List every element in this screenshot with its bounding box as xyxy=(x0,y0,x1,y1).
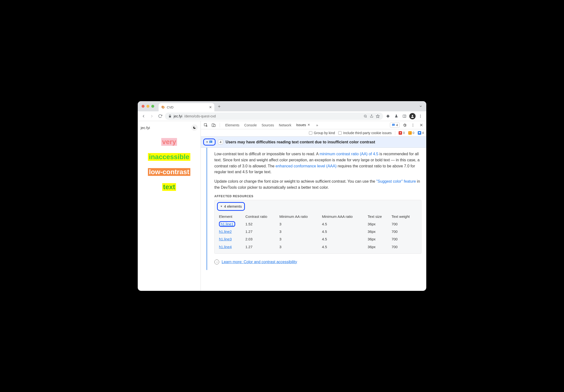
element-link[interactable]: h1.line2 xyxy=(219,229,232,234)
third-party-checkbox[interactable]: Include third-party cookie issues xyxy=(338,131,392,135)
resources-table: ElementContrast ratioMinimum AA ratioMin… xyxy=(217,213,419,251)
issues-badge[interactable]: 4 xyxy=(390,123,399,127)
minimize-window-button[interactable] xyxy=(146,105,149,108)
element-link[interactable]: h1.line3 xyxy=(219,237,232,241)
demo-lines: veryinaccessiblelow-contrasttext xyxy=(141,138,198,191)
issue-timeline xyxy=(201,148,213,270)
devtools-tab-sources[interactable]: Sources xyxy=(259,121,276,129)
svg-line-2 xyxy=(366,117,367,117)
table-row: h1.line21.2734.536px700 xyxy=(217,228,419,235)
bookmark-icon[interactable] xyxy=(376,114,380,118)
devtools-menu-icon[interactable] xyxy=(410,122,416,128)
tab-close-icon[interactable]: ✕ xyxy=(209,105,212,109)
element-link[interactable]: h1.line4 xyxy=(219,245,232,249)
devtools-pane: ElementsConsoleSourcesNetworkIssues✕ » 4… xyxy=(201,121,426,291)
labs-icon[interactable] xyxy=(393,113,399,120)
table-header: Text size xyxy=(366,213,389,220)
group-by-kind-checkbox[interactable]: Group by kind xyxy=(309,131,335,135)
table-cell: 700 xyxy=(390,220,419,228)
chevron-down-icon[interactable]: ▼ xyxy=(206,141,208,143)
zoom-icon[interactable] xyxy=(363,114,367,118)
table-cell: 700 xyxy=(390,228,419,235)
settings-icon[interactable] xyxy=(401,122,408,128)
devtools-tab-elements[interactable]: Elements xyxy=(223,121,242,129)
svg-point-9 xyxy=(420,117,421,118)
contrast-aaa-link[interactable]: enhanced conformance level (AAA) xyxy=(275,164,337,168)
contrast-aa-link[interactable]: minimum contrast ratio (AA) of 4.5 xyxy=(320,152,379,156)
table-cell: 4.5 xyxy=(320,235,366,243)
chrome-menu-icon[interactable] xyxy=(417,113,424,120)
issue-toggle-highlight: ▼ xyxy=(203,139,216,146)
theme-toggle-icon[interactable] xyxy=(191,125,198,131)
more-tabs-icon[interactable]: » xyxy=(314,122,320,128)
profile-avatar[interactable] xyxy=(409,113,416,119)
table-cell: 4.5 xyxy=(320,243,366,251)
lock-icon xyxy=(168,114,172,118)
table-cell: 1.27 xyxy=(243,243,277,251)
issue-kind-icon xyxy=(209,140,213,144)
devtools-tab-console[interactable]: Console xyxy=(242,121,259,129)
table-header: Minimum AAA ratio xyxy=(320,213,366,220)
url-path: /demo/cds-quest-cvd xyxy=(184,114,216,118)
learn-more-link[interactable]: Learn more: Color and contrast accessibi… xyxy=(222,259,297,265)
issue-header[interactable]: ▼ 4 Users may have difficulties reading … xyxy=(201,137,426,148)
tab-favicon: 🎨 xyxy=(161,105,165,109)
table-row: h1.line32.0334.536px700 xyxy=(217,235,419,243)
devtools-tab-issues[interactable]: Issues✕ xyxy=(294,121,312,129)
close-panel-icon[interactable]: ✕ xyxy=(307,123,310,127)
maximize-window-button[interactable] xyxy=(151,105,154,108)
browser-window: 🎨 CVD ✕ ＋ jec.fyi/demo/cds-quest-cvd xyxy=(138,101,426,291)
close-devtools-icon[interactable] xyxy=(418,122,424,128)
table-cell: 36px xyxy=(366,220,389,228)
back-button[interactable] xyxy=(140,113,147,120)
side-panel-icon[interactable] xyxy=(401,113,408,120)
new-tab-button[interactable]: ＋ xyxy=(216,103,223,110)
issue-description-2: Update colors or change the font size or… xyxy=(214,179,421,191)
svg-point-16 xyxy=(413,125,413,126)
suggest-color-link[interactable]: "Suggest color" feature xyxy=(376,179,416,183)
devtools-tab-network[interactable]: Network xyxy=(276,121,294,129)
demo-word: inaccessible xyxy=(148,153,190,161)
learn-more-row[interactable]: → Learn more: Color and contrast accessi… xyxy=(214,259,421,265)
content-area: jec.fyi veryinaccessiblelow-contrasttext… xyxy=(138,121,426,291)
issue-count-chip: 4 xyxy=(218,140,223,144)
svg-point-17 xyxy=(413,126,413,127)
table-header: Minimum AA ratio xyxy=(277,213,320,220)
address-bar[interactable]: jec.fyi/demo/cds-quest-cvd xyxy=(165,112,383,120)
svg-marker-3 xyxy=(376,114,379,118)
inspect-icon[interactable] xyxy=(203,122,209,128)
svg-rect-13 xyxy=(393,125,394,125)
forward-button[interactable] xyxy=(148,113,155,120)
extensions-icon[interactable] xyxy=(385,113,391,120)
omnibox-actions xyxy=(363,114,380,118)
resources-toggle[interactable]: ▼ 4 elements xyxy=(217,202,245,210)
table-cell: 4.5 xyxy=(320,228,366,235)
arrow-right-icon: → xyxy=(214,260,219,265)
table-header: Element xyxy=(217,213,243,220)
tabs-dropdown-icon[interactable] xyxy=(419,105,422,108)
warning-counter: !0 xyxy=(408,131,414,135)
browser-tab[interactable]: 🎨 CVD ✕ xyxy=(159,103,214,111)
message-icon xyxy=(392,123,395,127)
table-cell: 36px xyxy=(366,228,389,235)
tab-title: CVD xyxy=(167,106,173,109)
reload-button[interactable] xyxy=(157,113,164,120)
table-cell: 3 xyxy=(277,228,320,235)
device-toggle-icon[interactable] xyxy=(210,122,217,128)
browser-toolbar: jec.fyi/demo/cds-quest-cvd xyxy=(138,111,426,121)
table-cell: 36px xyxy=(366,243,389,251)
demo-word: very xyxy=(161,138,177,146)
issues-badge-count: 4 xyxy=(396,123,398,127)
affected-resources-label: AFFECTED RESOURCES xyxy=(214,194,421,199)
tab-strip: 🎨 CVD ✕ ＋ xyxy=(138,101,426,111)
issue-body: Low-contrast text is difficult or imposs… xyxy=(201,148,426,270)
table-cell: 1.27 xyxy=(243,228,277,235)
table-cell: 2.03 xyxy=(243,235,277,243)
window-controls xyxy=(142,105,154,108)
table-row: h1.line41.2734.536px700 xyxy=(217,243,419,251)
share-icon[interactable] xyxy=(370,114,373,118)
table-row: h1.line11.5234.536px700 xyxy=(217,220,419,228)
table-cell: 36px xyxy=(366,235,389,243)
close-window-button[interactable] xyxy=(142,105,145,108)
element-link[interactable]: h1.line1 xyxy=(219,221,235,227)
